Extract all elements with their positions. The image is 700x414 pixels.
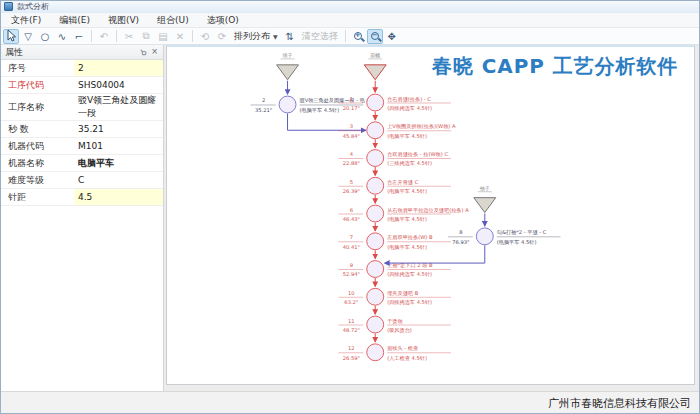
node-machine: (电脑平车 4.5针) xyxy=(497,239,537,246)
node-machine: (电脑平车 4.5针) xyxy=(387,133,427,140)
process-node-3[interactable] xyxy=(367,122,384,139)
node-time: 20.17" xyxy=(343,105,360,111)
menu-item-3[interactable]: 组合(U) xyxy=(148,13,198,28)
property-row: 针距4.5 xyxy=(0,189,163,206)
process-node-10[interactable] xyxy=(367,288,384,305)
paste-icon: ▤ xyxy=(155,29,171,44)
copy-icon: ⧉ xyxy=(138,29,154,44)
node-number: 11 xyxy=(348,318,355,324)
node-machine: (三线拷边车 4.5针) xyxy=(387,160,432,167)
arrange-distribute-button[interactable]: 排列分布▼ xyxy=(231,29,281,44)
node-number: 7 xyxy=(350,234,353,240)
property-row: 机器名称电脑平车 xyxy=(0,155,163,172)
node-description: 上V领圈及拼领(拉条)(W领) A xyxy=(387,123,456,130)
menu-item-1[interactable]: 编辑(E) xyxy=(50,13,99,28)
toolbar-separator xyxy=(116,30,117,42)
property-label: 工序名称 xyxy=(0,101,74,114)
property-label: 针距 xyxy=(0,191,74,204)
property-value[interactable]: 2 xyxy=(74,60,163,76)
window-title: 款式分析 xyxy=(17,1,49,12)
source-label: 领子 xyxy=(283,52,293,59)
sleeve-source-triangle[interactable] xyxy=(474,198,496,213)
zoom-out-icon[interactable]: − xyxy=(367,29,383,44)
process-node-11[interactable] xyxy=(367,316,384,333)
property-row: 秒 数35.21 xyxy=(0,121,163,138)
node-description: 合左开骨缝 C xyxy=(387,179,418,185)
menu-bar: 文件(F)编辑(E)视图(V)组合(U)选项(O) xyxy=(0,13,700,28)
node-time: 26.39" xyxy=(343,188,360,194)
process-node-4[interactable] xyxy=(367,150,384,167)
property-value[interactable]: 电脑平车 xyxy=(74,155,163,171)
ellipse-tool-icon[interactable]: ○ xyxy=(37,29,53,44)
front-body-source-triangle[interactable] xyxy=(364,65,386,80)
select-tool-icon[interactable] xyxy=(3,29,19,44)
property-value[interactable]: C xyxy=(74,172,163,188)
property-value[interactable]: SHS04004 xyxy=(74,77,163,93)
node-description: 左肩双甲拉条(W) B xyxy=(386,234,433,240)
menu-item-4[interactable]: 选项(O) xyxy=(198,13,248,28)
node-number: 8 xyxy=(459,229,462,235)
node-description: 合右肩缝(拉条) - C xyxy=(387,96,431,103)
node-time: 35.21" xyxy=(255,107,272,113)
connector-tool-icon[interactable]: ⌐ xyxy=(71,29,87,44)
property-row: 工序代码SHS04004 xyxy=(0,77,163,94)
process-node-1[interactable] xyxy=(367,94,384,111)
close-icon[interactable]: × xyxy=(151,48,158,56)
diagram-canvas[interactable]: 春晓 CAPP 工艺分析软件领子235.21"驳V领三角处及圆窿一段 - 电 C… xyxy=(166,45,695,385)
property-row: 工序名称驳V领三角处及圆窿一段 xyxy=(0,94,163,121)
node-description: 从右领肩甲平拉边位及缝吧(拉条) A xyxy=(387,207,469,214)
toolbar: ▽○∿⌐↶✂⧉▤✕⟲⟳排列分布▼⇅清空选择+−✥ xyxy=(0,28,700,45)
property-value[interactable]: 驳V领三角处及圆窿一段 xyxy=(74,94,163,120)
node-machine: (电脑平车 4.5针) xyxy=(387,188,427,195)
process-node-2[interactable] xyxy=(279,96,296,113)
process-node-9[interactable] xyxy=(367,261,384,278)
node-machine: (四线拷边车 4.5针) xyxy=(387,105,432,112)
node-number: 4 xyxy=(350,151,353,157)
collar-merge-connector xyxy=(288,113,366,130)
process-node-7[interactable] xyxy=(367,233,384,250)
node-time: 63.2" xyxy=(344,299,358,305)
process-flow-diagram: 春晓 CAPP 工艺分析软件领子235.21"驳V领三角处及圆窿一段 - 电 C… xyxy=(167,47,694,384)
node-description: 埋夹及缝吧 B xyxy=(386,290,419,296)
property-row: 序号2 xyxy=(0,60,163,77)
process-node-6[interactable] xyxy=(367,205,384,222)
zoom-in-icon[interactable]: + xyxy=(350,29,366,44)
toolbar-separator xyxy=(91,30,92,42)
menu-item-0[interactable]: 文件(F) xyxy=(2,13,50,28)
node-machine: (电脑平车 4.5针) xyxy=(387,216,427,223)
source-label: 前幅 xyxy=(370,52,380,59)
properties-panel: 属性 ⚲ × 序号2工序代码SHS04004工序名称驳V领三角处及圆窿一段秒 数… xyxy=(0,45,164,391)
undo-icon: ↶ xyxy=(96,29,112,44)
node-time: 26.59" xyxy=(343,355,360,361)
process-node-5[interactable] xyxy=(367,177,384,194)
property-value[interactable]: 4.5 xyxy=(74,189,163,205)
node-machine: (人工检查 4.5针) xyxy=(387,355,427,361)
properties-table: 序号2工序代码SHS04004工序名称驳V领三角处及圆窿一段秒 数35.21机器… xyxy=(0,60,163,206)
app-icon xyxy=(4,2,13,11)
properties-panel-title: 属性 xyxy=(5,46,135,59)
menu-item-2[interactable]: 视图(V) xyxy=(99,13,148,28)
pan-icon[interactable]: ✥ xyxy=(384,29,400,44)
process-node-8[interactable] xyxy=(476,228,493,245)
rotate-left-icon: ⟲ xyxy=(197,29,213,44)
node-machine: (四线拷边车 4.5针) xyxy=(387,271,432,278)
node-time: 45.84" xyxy=(343,133,360,139)
node-machine: (四线拷边车 4.5针) xyxy=(387,299,432,306)
sort-order-icon[interactable]: ⇅ xyxy=(282,29,298,44)
process-node-12[interactable] xyxy=(367,344,384,361)
triangle-tool-icon[interactable]: ▽ xyxy=(20,29,36,44)
property-label: 工序代码 xyxy=(0,79,74,92)
property-row: 难度等级C xyxy=(0,172,163,189)
node-description: 干烫领 xyxy=(387,318,403,325)
curve-tool-icon[interactable]: ∿ xyxy=(54,29,70,44)
property-value[interactable]: 35.21 xyxy=(74,121,163,137)
property-value[interactable]: M101 xyxy=(74,138,163,154)
property-label: 机器代码 xyxy=(0,140,74,153)
canvas-watermark-title: 春晓 CAPP 工艺分析软件 xyxy=(431,55,678,78)
pin-icon[interactable]: ⚲ xyxy=(138,47,148,57)
property-label: 秒 数 xyxy=(0,123,74,136)
collar-source-triangle[interactable] xyxy=(277,65,299,80)
company-name: 广州市春晓信息科技有限公司 xyxy=(548,396,691,411)
node-machine: (电脑平车 4.5针) xyxy=(299,107,339,114)
node-number: 5 xyxy=(350,179,353,185)
